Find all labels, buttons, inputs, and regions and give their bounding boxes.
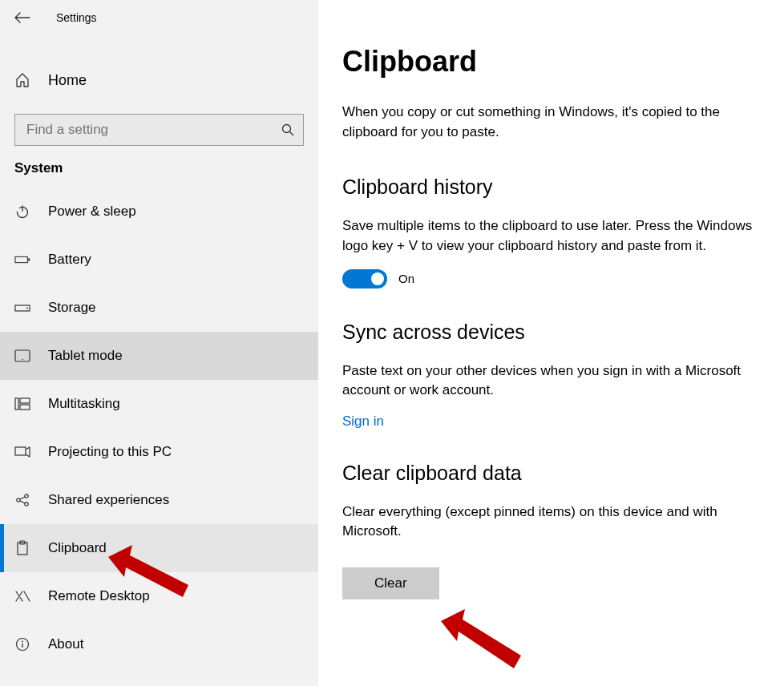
battery-icon <box>14 254 30 265</box>
back-icon[interactable] <box>14 12 30 23</box>
nav-item-label: Power & sleep <box>48 204 136 220</box>
main-content: Clipboard When you copy or cut something… <box>318 0 784 686</box>
svg-point-22 <box>22 641 23 643</box>
svg-line-1 <box>290 132 294 136</box>
remote-desktop-icon <box>14 590 30 603</box>
nav-item-label: Tablet mode <box>48 348 123 364</box>
sync-heading: Sync across devices <box>342 321 763 344</box>
nav-item-storage[interactable]: Storage <box>0 284 318 332</box>
nav-item-label: Battery <box>48 252 91 268</box>
nav-item-label: Storage <box>48 300 96 316</box>
nav-item-battery[interactable]: Battery <box>0 236 318 284</box>
share-icon <box>14 493 30 507</box>
projecting-icon <box>14 446 30 458</box>
toggle-state-label: On <box>398 272 414 285</box>
svg-rect-5 <box>28 258 30 261</box>
nav-item-label: Shared experiences <box>48 492 169 508</box>
nav-item-label: Multitasking <box>48 396 120 412</box>
svg-rect-4 <box>15 256 27 262</box>
home-label: Home <box>48 72 87 89</box>
home-icon <box>14 72 30 88</box>
page-intro: When you copy or cut something in Window… <box>342 103 759 142</box>
svg-line-17 <box>20 497 25 499</box>
clipboard-icon <box>14 540 30 556</box>
clear-heading: Clear clipboard data <box>342 462 763 485</box>
nav-item-remote-desktop[interactable]: Remote Desktop <box>0 572 318 620</box>
svg-point-7 <box>26 308 28 309</box>
svg-rect-13 <box>15 447 26 455</box>
clipboard-history-desc: Save multiple items to the clipboard to … <box>342 216 763 256</box>
svg-rect-12 <box>20 405 30 410</box>
settings-sidebar: Settings Home System Power & sleep <box>0 0 318 686</box>
multitasking-icon <box>14 397 30 410</box>
category-label: System <box>0 160 318 188</box>
nav-item-power-sleep[interactable]: Power & sleep <box>0 188 318 236</box>
sign-in-link[interactable]: Sign in <box>342 414 384 430</box>
svg-point-0 <box>283 125 291 133</box>
nav-item-shared-experiences[interactable]: Shared experiences <box>0 476 318 524</box>
nav-item-about[interactable]: About <box>0 620 318 668</box>
clipboard-history-heading: Clipboard history <box>342 176 763 199</box>
nav-item-label: About <box>48 636 83 652</box>
nav-home[interactable]: Home <box>0 56 318 104</box>
svg-point-15 <box>25 494 28 498</box>
clipboard-history-toggle[interactable] <box>342 269 387 289</box>
search-input[interactable] <box>14 114 304 146</box>
nav-item-multitasking[interactable]: Multitasking <box>0 380 318 428</box>
page-title: Clipboard <box>342 45 763 79</box>
window-title: Settings <box>56 11 97 24</box>
svg-rect-10 <box>15 398 18 410</box>
info-icon <box>14 637 30 652</box>
svg-point-14 <box>17 498 20 502</box>
nav-list: Power & sleep Battery Storage Tablet mod… <box>0 188 318 668</box>
sync-desc: Paste text on your other devices when yo… <box>342 361 763 401</box>
svg-point-16 <box>25 502 28 506</box>
clear-button[interactable]: Clear <box>342 567 439 599</box>
power-icon <box>14 204 30 219</box>
nav-item-label: Projecting to this PC <box>48 444 172 460</box>
nav-item-label: Clipboard <box>48 540 107 556</box>
svg-line-18 <box>20 501 25 503</box>
clear-desc: Clear everything (except pinned items) o… <box>342 502 763 542</box>
nav-item-label: Remote Desktop <box>48 588 150 604</box>
search-icon[interactable] <box>281 123 294 136</box>
tablet-icon <box>14 349 30 362</box>
nav-item-tablet-mode[interactable]: Tablet mode <box>0 332 318 380</box>
storage-icon <box>14 302 30 313</box>
svg-rect-11 <box>20 398 30 403</box>
nav-item-clipboard[interactable]: Clipboard <box>0 524 318 572</box>
svg-point-9 <box>22 359 23 361</box>
nav-item-projecting[interactable]: Projecting to this PC <box>0 428 318 476</box>
